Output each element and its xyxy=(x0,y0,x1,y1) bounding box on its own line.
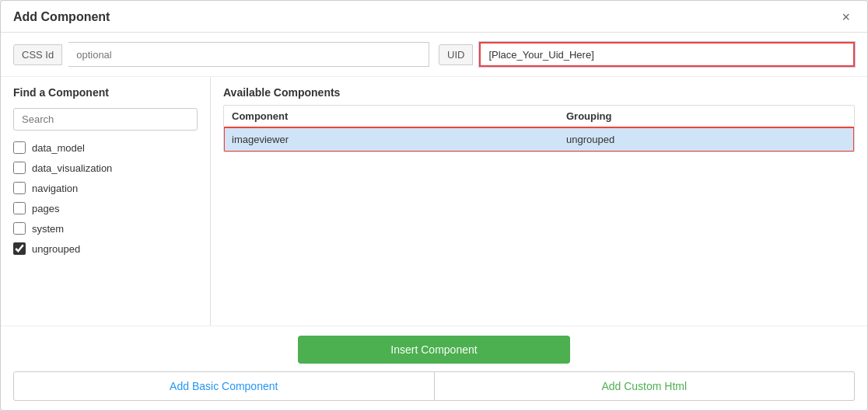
css-id-group: CSS Id xyxy=(13,42,429,67)
component-name-cell: imageviewer xyxy=(224,127,558,152)
category-pages[interactable]: pages xyxy=(13,200,198,216)
insert-component-button[interactable]: Insert Component xyxy=(298,336,570,364)
right-panel: Available Components Component Grouping … xyxy=(211,77,867,326)
category-label-pages: pages xyxy=(32,203,59,214)
uid-input[interactable] xyxy=(479,42,855,67)
column-header-grouping: Grouping xyxy=(558,106,854,127)
modal-title: Add Component xyxy=(13,10,110,24)
checkbox-navigation[interactable] xyxy=(13,182,26,194)
close-button[interactable]: × xyxy=(837,9,855,26)
search-input[interactable] xyxy=(13,108,198,131)
add-basic-component-button[interactable]: Add Basic Component xyxy=(13,371,435,401)
uid-row: CSS Id UID xyxy=(1,33,867,77)
css-id-input[interactable] xyxy=(68,42,429,67)
component-grouping-cell: ungrouped xyxy=(558,127,854,152)
table-header-row: Component Grouping xyxy=(224,106,854,127)
css-id-label: CSS Id xyxy=(13,44,62,65)
available-components-title: Available Components xyxy=(223,86,855,99)
bottom-buttons: Add Basic Component Add Custom Html xyxy=(13,371,855,401)
uid-label: UID xyxy=(439,44,473,65)
add-custom-html-button[interactable]: Add Custom Html xyxy=(435,371,856,401)
checkbox-pages[interactable] xyxy=(13,202,26,214)
category-ungrouped[interactable]: ungrouped xyxy=(13,241,198,256)
find-component-title: Find a Component xyxy=(13,86,198,99)
category-label-data-model: data_model xyxy=(32,142,85,154)
category-label-navigation: navigation xyxy=(32,183,78,194)
checkbox-data-model[interactable] xyxy=(13,141,26,154)
column-header-component: Component xyxy=(224,106,558,127)
modal-header: Add Component × xyxy=(1,1,867,33)
footer-area: Insert Component Add Basic Component Add… xyxy=(1,326,867,410)
components-table-wrapper: Component Grouping imageviewer ungrouped xyxy=(223,105,855,152)
checkbox-system[interactable] xyxy=(13,222,26,235)
body-area: Find a Component data_model data_visuali… xyxy=(1,77,867,326)
uid-group: UID xyxy=(439,42,855,67)
category-list: data_model data_visualization navigation… xyxy=(13,140,198,256)
checkbox-data-visualization[interactable] xyxy=(13,162,26,174)
category-data-visualization[interactable]: data_visualization xyxy=(13,160,198,176)
checkbox-ungrouped[interactable] xyxy=(13,242,26,255)
category-label-data-visualization: data_visualization xyxy=(32,162,112,174)
category-label-ungrouped: ungrouped xyxy=(32,243,80,255)
add-component-modal: Add Component × CSS Id UID Find a Compon… xyxy=(0,0,868,411)
left-panel: Find a Component data_model data_visuali… xyxy=(1,77,211,326)
table-row[interactable]: imageviewer ungrouped xyxy=(224,127,854,152)
components-table: Component Grouping imageviewer ungrouped xyxy=(224,106,854,152)
category-label-system: system xyxy=(32,223,64,235)
category-data-model[interactable]: data_model xyxy=(13,140,198,155)
category-system[interactable]: system xyxy=(13,221,198,236)
category-navigation[interactable]: navigation xyxy=(13,180,198,196)
